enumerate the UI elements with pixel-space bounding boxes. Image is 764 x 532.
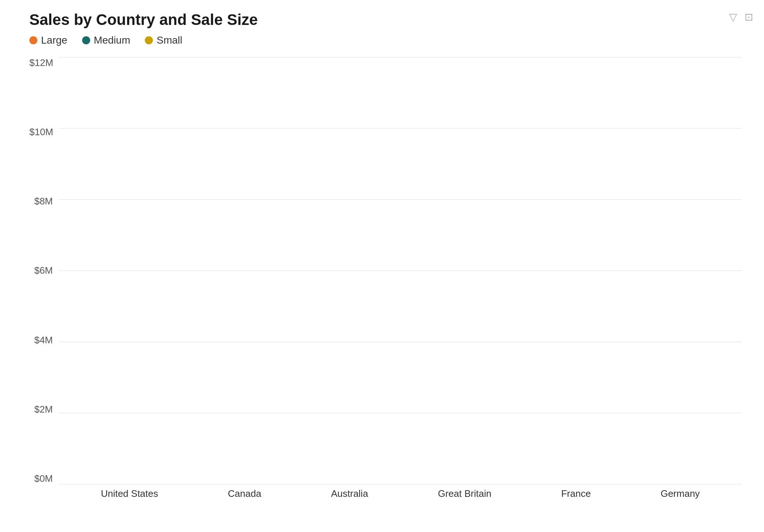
x-label-5: Germany xyxy=(661,488,700,499)
small-legend-dot xyxy=(145,36,153,44)
x-labels: United StatesCanadaAustraliaGreat Britai… xyxy=(59,484,742,503)
y-label-0m: $0M xyxy=(29,473,53,484)
medium-legend-dot xyxy=(82,36,90,44)
y-label-12m: $12M xyxy=(29,57,53,69)
y-label-8m: $8M xyxy=(29,196,53,207)
y-label-4m: $4M xyxy=(29,335,53,346)
legend-item-small: Small xyxy=(145,34,182,46)
legend-label-large: Large xyxy=(41,34,67,46)
x-label-1: Canada xyxy=(228,488,261,499)
filter-icon[interactable]: ▽ xyxy=(729,11,737,23)
x-label-4: France xyxy=(561,488,591,499)
plot-area: United StatesCanadaAustraliaGreat Britai… xyxy=(59,57,742,503)
toolbar-icons: ▽ ⊡ xyxy=(729,11,753,23)
y-label-10m: $10M xyxy=(29,126,53,138)
legend-item-medium: Medium xyxy=(82,34,131,46)
chart-container: Sales by Country and Sale Size Large Med… xyxy=(0,0,764,532)
expand-icon[interactable]: ⊡ xyxy=(745,11,753,23)
legend-item-large: Large xyxy=(29,34,67,46)
legend-label-small: Small xyxy=(157,34,182,46)
x-label-0: United States xyxy=(101,488,158,499)
y-label-6m: $6M xyxy=(29,265,53,276)
bars-area xyxy=(59,57,742,484)
chart-title: Sales by Country and Sale Size xyxy=(29,11,742,29)
legend-label-medium: Medium xyxy=(94,34,131,46)
x-label-2: Australia xyxy=(331,488,368,499)
y-axis: $12M $10M $8M $6M $4M $2M $0M xyxy=(29,57,59,503)
x-label-3: Great Britain xyxy=(438,488,491,499)
legend: Large Medium Small xyxy=(29,34,742,46)
large-legend-dot xyxy=(29,36,37,44)
y-label-2m: $2M xyxy=(29,404,53,415)
chart-area: $12M $10M $8M $6M $4M $2M $0M xyxy=(29,57,742,503)
